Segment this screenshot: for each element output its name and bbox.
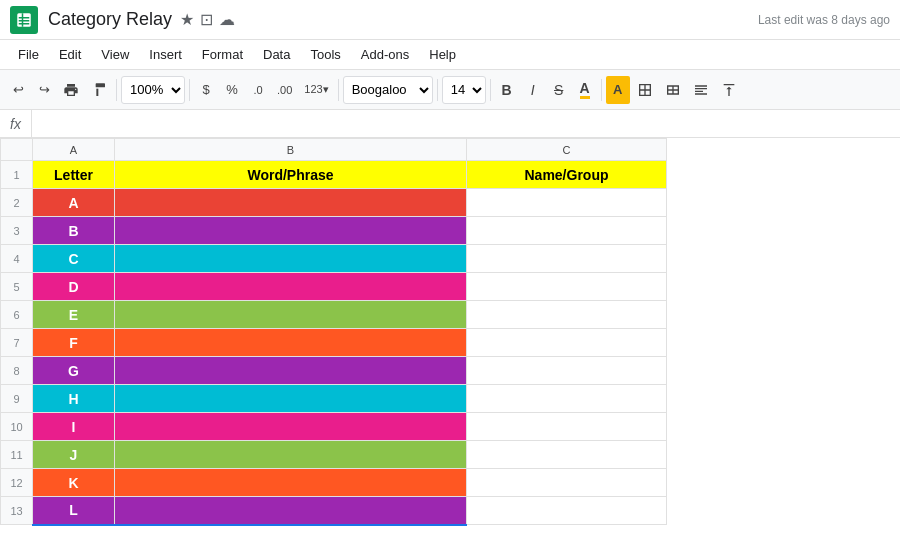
table-row: 5 D — [1, 273, 667, 301]
cell-B3[interactable] — [115, 217, 467, 245]
cell-C13[interactable] — [467, 497, 667, 525]
cell-B2[interactable] — [115, 189, 467, 217]
fx-label: fx — [0, 116, 31, 132]
row-num-11: 11 — [1, 441, 33, 469]
row-num-4: 4 — [1, 245, 33, 273]
redo-button[interactable]: ↪ — [32, 76, 56, 104]
cell-A9[interactable]: H — [33, 385, 115, 413]
cell-A8[interactable]: G — [33, 357, 115, 385]
cell-B8[interactable] — [115, 357, 467, 385]
font-color-a-icon: A — [580, 81, 590, 99]
separator-4 — [437, 79, 438, 101]
drive-icon[interactable]: ⊡ — [200, 10, 213, 29]
cell-C3[interactable] — [467, 217, 667, 245]
cell-B1[interactable]: Word/Phrase — [115, 161, 467, 189]
table-row: 8 G — [1, 357, 667, 385]
row-num-2: 2 — [1, 189, 33, 217]
font-size-select[interactable]: 14 10 12 18 — [442, 76, 486, 104]
cell-B10[interactable] — [115, 413, 467, 441]
menu-file[interactable]: File — [10, 45, 47, 64]
row-num-10: 10 — [1, 413, 33, 441]
menu-addons[interactable]: Add-ons — [353, 45, 417, 64]
cell-A4[interactable]: C — [33, 245, 115, 273]
row-num-5: 5 — [1, 273, 33, 301]
cell-C12[interactable] — [467, 469, 667, 497]
formula-bar: fx — [0, 110, 900, 138]
cell-B12[interactable] — [115, 469, 467, 497]
cell-A1[interactable]: Letter — [33, 161, 115, 189]
undo-button[interactable]: ↩ — [6, 76, 30, 104]
menu-edit[interactable]: Edit — [51, 45, 89, 64]
borders-button[interactable] — [632, 76, 658, 104]
star-icon[interactable]: ★ — [180, 10, 194, 29]
italic-button[interactable]: I — [521, 76, 545, 104]
cell-A12[interactable]: K — [33, 469, 115, 497]
menu-format[interactable]: Format — [194, 45, 251, 64]
align-h-button[interactable] — [688, 76, 714, 104]
cell-C11[interactable] — [467, 441, 667, 469]
table-row: 1 Letter Word/Phrase Name/Group — [1, 161, 667, 189]
cell-B6[interactable] — [115, 301, 467, 329]
cell-A5[interactable]: D — [33, 273, 115, 301]
cell-B11[interactable] — [115, 441, 467, 469]
menu-help[interactable]: Help — [421, 45, 464, 64]
bold-button[interactable]: B — [495, 76, 519, 104]
cell-B7[interactable] — [115, 329, 467, 357]
col-header-A[interactable]: A — [33, 139, 115, 161]
cell-B13[interactable] — [115, 497, 467, 525]
table-row: 3 B — [1, 217, 667, 245]
cell-C7[interactable] — [467, 329, 667, 357]
currency-button[interactable]: $ — [194, 76, 218, 104]
font-color-button[interactable]: A — [573, 76, 597, 104]
dec-decimals-button[interactable]: .0 — [246, 76, 270, 104]
menu-insert[interactable]: Insert — [141, 45, 190, 64]
menu-data[interactable]: Data — [255, 45, 298, 64]
paint-format-button[interactable] — [86, 76, 112, 104]
last-edit-info: Last edit was 8 days ago — [758, 13, 890, 27]
cell-C10[interactable] — [467, 413, 667, 441]
highlight-color-button[interactable]: A — [606, 76, 630, 104]
table-row: 2 A — [1, 189, 667, 217]
sheets-logo — [10, 6, 38, 34]
formula-input[interactable] — [32, 116, 900, 131]
cell-A7[interactable]: F — [33, 329, 115, 357]
zoom-select[interactable]: 100% 75% 125% — [121, 76, 185, 104]
row-num-9: 9 — [1, 385, 33, 413]
cell-A10[interactable]: I — [33, 413, 115, 441]
percent-button[interactable]: % — [220, 76, 244, 104]
col-header-B[interactable]: B — [115, 139, 467, 161]
align-v-button[interactable] — [716, 76, 742, 104]
svg-rect-2 — [19, 20, 30, 22]
cell-B4[interactable] — [115, 245, 467, 273]
cell-C6[interactable] — [467, 301, 667, 329]
inc-decimals-button[interactable]: .00 — [272, 76, 297, 104]
cell-C2[interactable] — [467, 189, 667, 217]
cell-A2[interactable]: A — [33, 189, 115, 217]
cell-A6[interactable]: E — [33, 301, 115, 329]
more-formats-button[interactable]: 123▾ — [299, 76, 333, 104]
cell-A3[interactable]: B — [33, 217, 115, 245]
strikethrough-button[interactable]: S — [547, 76, 571, 104]
separator-1 — [116, 79, 117, 101]
sheet-container: A B C 1 Letter Word/Phrase Name/Group 2 … — [0, 138, 900, 526]
table-row: 10 I — [1, 413, 667, 441]
cell-C4[interactable] — [467, 245, 667, 273]
cell-A13[interactable]: L — [33, 497, 115, 525]
cell-A11[interactable]: J — [33, 441, 115, 469]
merge-cells-button[interactable] — [660, 76, 686, 104]
table-row: 11 J — [1, 441, 667, 469]
highlight-a-icon: A — [613, 82, 622, 97]
document-title[interactable]: Category Relay — [48, 9, 172, 30]
cell-C9[interactable] — [467, 385, 667, 413]
cell-B9[interactable] — [115, 385, 467, 413]
cell-C1[interactable]: Name/Group — [467, 161, 667, 189]
menu-view[interactable]: View — [93, 45, 137, 64]
font-select[interactable]: Boogaloo Arial Times New Roman — [343, 76, 433, 104]
cloud-icon[interactable]: ☁ — [219, 10, 235, 29]
cell-B5[interactable] — [115, 273, 467, 301]
col-header-C[interactable]: C — [467, 139, 667, 161]
print-button[interactable] — [58, 76, 84, 104]
menu-tools[interactable]: Tools — [302, 45, 348, 64]
cell-C5[interactable] — [467, 273, 667, 301]
cell-C8[interactable] — [467, 357, 667, 385]
